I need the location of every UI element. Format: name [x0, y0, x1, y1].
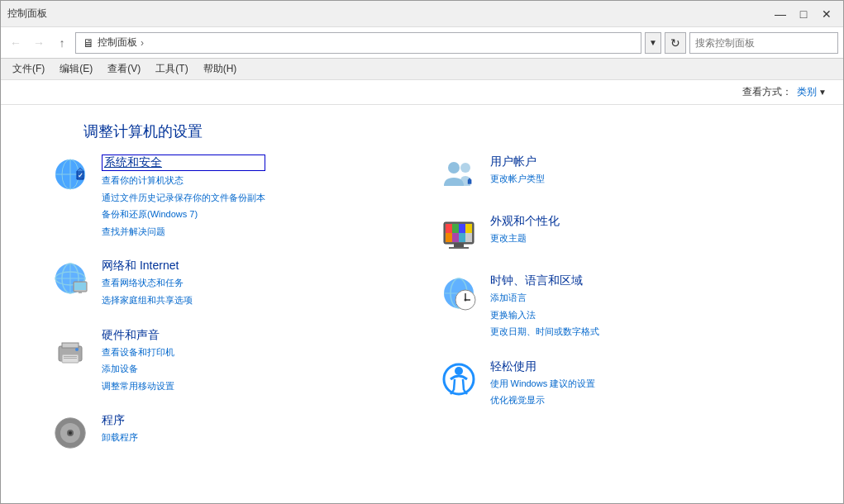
- address-arrow: ›: [141, 37, 144, 49]
- menu-view[interactable]: 查看(V): [101, 60, 147, 78]
- svg-point-20: [75, 348, 79, 351]
- appearance-link-0[interactable]: 更改主题: [490, 231, 560, 246]
- svg-rect-16: [62, 343, 79, 348]
- menu-edit[interactable]: 编辑(E): [53, 60, 99, 78]
- clock-link-0[interactable]: 添加语言: [490, 291, 599, 306]
- network-link-1[interactable]: 选择家庭组和共享选项: [102, 293, 193, 308]
- system-security-text: 系统和安全 查看你的计算机状态 通过文件历史记录保存你的文件备份副本 备份和还原…: [102, 155, 265, 239]
- category-programs: 程序 卸载程序: [50, 413, 406, 453]
- svg-rect-37: [459, 233, 465, 242]
- svg-rect-40: [449, 247, 469, 249]
- svg-rect-14: [79, 292, 82, 293]
- user-accounts-text: 用户帐户 更改帐户类型: [490, 155, 545, 187]
- ease-access-icon: [439, 359, 479, 399]
- programs-text: 程序 卸载程序: [102, 413, 138, 445]
- address-box[interactable]: 🖥 控制面板 ›: [75, 32, 641, 54]
- address-dropdown-button[interactable]: ▼: [645, 32, 661, 54]
- svg-point-24: [69, 431, 72, 435]
- clock-title[interactable]: 时钟、语言和区域: [490, 273, 599, 288]
- category-network: 网络和 Internet 查看网络状态和任务 选择家庭组和共享选项: [50, 259, 406, 307]
- close-button[interactable]: ✕: [817, 4, 837, 24]
- address-bar: ← → ↑ 🖥 控制面板 › ▼ ↻: [1, 27, 843, 59]
- appearance-text: 外观和个性化 更改主题: [490, 214, 560, 246]
- appearance-icon: [439, 214, 479, 254]
- forward-button[interactable]: →: [29, 33, 49, 53]
- network-title[interactable]: 网络和 Internet: [102, 259, 193, 273]
- up-button[interactable]: ↑: [52, 33, 72, 53]
- categories-area: ✓ 系统和安全 查看你的计算机状态 通过文件历史记录保存你的文件备份副本 备份和…: [1, 155, 843, 453]
- page-title: 调整计算机的设置: [1, 105, 843, 155]
- ease-access-link-0[interactable]: 使用 Windows 建议的设置: [490, 377, 596, 392]
- system-security-title[interactable]: 系统和安全: [102, 155, 265, 171]
- programs-icon: [50, 413, 90, 453]
- maximize-button[interactable]: □: [794, 4, 813, 24]
- address-crumb: 控制面板: [98, 36, 137, 50]
- system-security-link-2[interactable]: 备份和还原(Windows 7): [102, 207, 265, 222]
- svg-rect-35: [446, 233, 452, 242]
- network-link-0[interactable]: 查看网络状态和任务: [102, 276, 193, 291]
- view-label: 查看方式：: [742, 85, 792, 99]
- system-security-icon: ✓: [50, 155, 90, 194]
- svg-point-26: [448, 162, 460, 174]
- clock-link-2[interactable]: 更改日期、时间或数字格式: [490, 325, 599, 340]
- svg-text:✓: ✓: [78, 172, 83, 179]
- categories-left: ✓ 系统和安全 查看你的计算机状态 通过文件历史记录保存你的文件备份副本 备份和…: [50, 155, 406, 453]
- svg-rect-34: [465, 224, 472, 233]
- svg-rect-19: [64, 358, 77, 359]
- view-mode-dropdown[interactable]: ▼: [818, 88, 827, 97]
- refresh-button[interactable]: ↻: [665, 32, 686, 54]
- menu-bar: 文件(F) 编辑(E) 查看(V) 工具(T) 帮助(H): [1, 59, 843, 80]
- user-accounts-link-0[interactable]: 更改帐户类型: [490, 172, 545, 187]
- network-text: 网络和 Internet 查看网络状态和任务 选择家庭组和共享选项: [102, 259, 193, 307]
- system-security-link-3[interactable]: 查找并解决问题: [102, 225, 265, 240]
- programs-title[interactable]: 程序: [102, 413, 138, 428]
- hardware-text: 硬件和声音 查看设备和打印机 添加设备 调整常用移动设置: [102, 328, 174, 394]
- content-header: 查看方式： 类别 ▼: [1, 80, 843, 105]
- svg-rect-39: [454, 244, 464, 247]
- category-system-security: ✓ 系统和安全 查看你的计算机状态 通过文件历史记录保存你的文件备份副本 备份和…: [50, 155, 406, 239]
- svg-rect-33: [459, 224, 465, 233]
- system-security-link-1[interactable]: 通过文件历史记录保存你的文件备份副本: [102, 191, 265, 206]
- system-security-link-0[interactable]: 查看你的计算机状态: [102, 174, 265, 188]
- hardware-link-1[interactable]: 添加设备: [102, 362, 174, 377]
- search-box[interactable]: [689, 32, 838, 54]
- minimize-button[interactable]: —: [770, 4, 790, 24]
- svg-rect-18: [64, 356, 77, 357]
- ease-access-link-1[interactable]: 优化视觉显示: [490, 393, 596, 408]
- category-hardware: 硬件和声音 查看设备和打印机 添加设备 调整常用移动设置: [50, 328, 406, 394]
- clock-link-1[interactable]: 更换输入法: [490, 308, 599, 323]
- content-region: 查看方式： 类别 ▼ 调整计算机的设置: [1, 80, 843, 503]
- window-controls: — □ ✕: [770, 4, 837, 24]
- back-button[interactable]: ←: [6, 33, 26, 53]
- hardware-icon: [50, 328, 90, 368]
- hardware-title[interactable]: 硬件和声音: [102, 328, 174, 343]
- svg-rect-32: [452, 224, 459, 233]
- menu-tools[interactable]: 工具(T): [149, 60, 194, 78]
- clock-icon: [439, 273, 479, 313]
- svg-point-27: [460, 163, 470, 173]
- network-icon: [50, 259, 90, 298]
- user-accounts-icon: [439, 155, 479, 194]
- appearance-title[interactable]: 外观和个性化: [490, 214, 560, 229]
- hardware-link-0[interactable]: 查看设备和打印机: [102, 345, 174, 360]
- user-accounts-title[interactable]: 用户帐户: [490, 155, 545, 169]
- programs-link-0[interactable]: 卸载程序: [102, 430, 138, 445]
- category-clock: 时钟、语言和区域 添加语言 更换输入法 更改日期、时间或数字格式: [439, 273, 794, 340]
- category-appearance: 外观和个性化 更改主题: [439, 214, 794, 254]
- title-bar-title: 控制面板: [7, 7, 47, 21]
- clock-text: 时钟、语言和区域 添加语言 更换输入法 更改日期、时间或数字格式: [490, 273, 599, 340]
- menu-help[interactable]: 帮助(H): [197, 60, 244, 78]
- ease-access-title[interactable]: 轻松使用: [490, 359, 596, 374]
- address-icon: 🖥: [83, 36, 94, 50]
- view-mode-button[interactable]: 类别: [797, 85, 817, 99]
- svg-rect-36: [452, 233, 459, 242]
- category-ease-access: 轻松使用 使用 Windows 建议的设置 优化视觉显示: [439, 359, 794, 408]
- svg-rect-13: [74, 283, 86, 290]
- search-input[interactable]: [695, 37, 832, 49]
- category-user-accounts: 用户帐户 更改帐户类型: [439, 155, 794, 194]
- ease-access-text: 轻松使用 使用 Windows 建议的设置 优化视觉显示: [490, 359, 596, 408]
- hardware-link-2[interactable]: 调整常用移动设置: [102, 379, 174, 394]
- svg-rect-31: [446, 224, 452, 233]
- menu-file[interactable]: 文件(F): [6, 60, 51, 78]
- window: 控制面板 — □ ✕ ← → ↑ 🖥 控制面板 › ▼ ↻ 文件(F) 编辑(E…: [0, 0, 844, 504]
